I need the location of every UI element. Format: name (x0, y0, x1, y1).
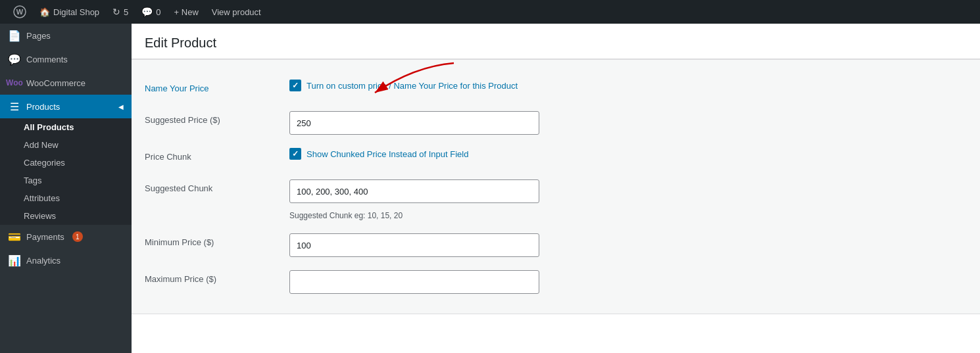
site-name-label: Digital Shop (53, 7, 99, 17)
turn-on-checkbox[interactable] (289, 80, 301, 91)
sidebar-comments-label: Comments (26, 55, 68, 64)
reviews-label: Reviews (24, 211, 56, 221)
maximum-price-input[interactable] (289, 270, 539, 294)
page-title: Edit Product (145, 35, 967, 51)
sidebar-woo-label: WooCommerce (26, 78, 86, 88)
sidebar-item-products[interactable]: ☰ Products ◀ (0, 95, 132, 118)
show-chunked-checkbox-wrapper[interactable]: Show Chunked Price Instead of Input Fiel… (289, 148, 468, 160)
sidebar-item-comments[interactable]: 💬 Comments (0, 47, 132, 71)
price-chunk-field: Show Chunked Price Instead of Input Fiel… (289, 148, 967, 160)
suggested-price-field (289, 111, 967, 135)
sidebar-item-categories[interactable]: Categories (0, 154, 132, 172)
sidebar-item-pages[interactable]: 📄 Pages (0, 24, 132, 47)
content-area: Edit Product Name Your Price Tur (132, 24, 980, 353)
price-chunk-row: Price Chunk Show Chunked Price Instead o… (132, 141, 980, 173)
svg-text:W: W (16, 8, 24, 16)
price-chunk-label: Price Chunk (145, 148, 289, 162)
sidebar-pages-label: Pages (26, 31, 51, 41)
suggested-chunk-hint: Suggested Chunk eg: 10, 15, 20 (289, 211, 403, 220)
sidebar-analytics-label: Analytics (26, 256, 61, 266)
minimum-price-row: Minimum Price ($) (132, 227, 980, 264)
wp-logo-button[interactable]: W (8, 0, 32, 24)
new-button[interactable]: + New (169, 0, 204, 24)
payments-icon: 💳 (8, 230, 21, 243)
view-product-label: View product (212, 7, 261, 17)
pages-icon: 📄 (8, 29, 21, 42)
categories-label: Categories (24, 158, 65, 168)
sidebar-products-label: Products (26, 102, 60, 112)
name-your-price-field: Turn on custom price / Name Your Price f… (289, 80, 967, 91)
name-your-price-row: Name Your Price Turn on custom price / N… (132, 73, 980, 105)
products-arrow-icon: ◀ (118, 103, 124, 110)
suggested-chunk-field: Suggested Chunk eg: 10, 15, 20 (289, 179, 967, 220)
woocommerce-icon: Woo (8, 76, 21, 89)
comments-count: 0 (156, 7, 160, 17)
suggested-price-label: Suggested Price ($) (145, 111, 289, 125)
sidebar-payments-label: Payments (26, 232, 64, 242)
wp-logo-icon: W (13, 5, 26, 18)
sidebar-item-payments[interactable]: 💳 Payments 1 (0, 225, 132, 248)
tags-label: Tags (24, 176, 41, 185)
updates-button[interactable]: ↻ 5 (107, 0, 134, 24)
suggested-chunk-label: Suggested Chunk (145, 179, 289, 193)
comments-sidebar-icon: 💬 (8, 53, 21, 66)
sidebar-item-add-new[interactable]: Add New (0, 136, 132, 154)
name-your-price-label: Name Your Price (145, 80, 289, 93)
new-label: + New (174, 7, 199, 17)
sidebar: 📄 Pages 💬 Comments Woo WooCommerce ☰ Pro… (0, 24, 132, 353)
minimum-price-label: Minimum Price ($) (145, 233, 289, 247)
sidebar-item-reviews[interactable]: Reviews (0, 207, 132, 225)
payments-badge: 1 (72, 231, 83, 242)
sidebar-products-submenu: All Products Add New Categories Tags Att… (0, 118, 132, 225)
suggested-chunk-row: Suggested Chunk Suggested Chunk eg: 10, … (132, 173, 980, 227)
all-products-label: All Products (24, 122, 74, 132)
page-header: Edit Product (132, 24, 980, 59)
sidebar-item-all-products[interactable]: All Products (0, 118, 132, 136)
admin-bar: W 🏠 Digital Shop ↻ 5 💬 0 + New View prod… (0, 0, 980, 24)
products-icon: ☰ (8, 100, 21, 113)
comments-button[interactable]: 💬 0 (136, 0, 166, 24)
sidebar-item-analytics[interactable]: 📊 Analytics (0, 248, 132, 272)
maximum-price-row: Maximum Price ($) (132, 264, 980, 300)
main-layout: 📄 Pages 💬 Comments Woo WooCommerce ☰ Pro… (0, 24, 980, 353)
show-chunked-label: Show Chunked Price Instead of Input Fiel… (306, 149, 468, 159)
minimum-price-field (289, 233, 967, 257)
maximum-price-field (289, 270, 967, 294)
form-section: Name Your Price Turn on custom price / N… (132, 59, 980, 314)
suggested-price-row: Suggested Price ($) (132, 105, 980, 141)
home-icon: 🏠 (39, 7, 50, 17)
updates-icon: ↻ (112, 7, 120, 17)
sidebar-item-woocommerce[interactable]: Woo WooCommerce (0, 71, 132, 95)
attributes-label: Attributes (24, 193, 60, 203)
suggested-chunk-input[interactable] (289, 179, 539, 203)
sidebar-item-attributes[interactable]: Attributes (0, 189, 132, 207)
turn-on-label: Turn on custom price / Name Your Price f… (306, 81, 518, 91)
comments-icon: 💬 (141, 7, 153, 17)
maximum-price-label: Maximum Price ($) (145, 270, 289, 284)
minimum-price-input[interactable] (289, 233, 539, 257)
sidebar-item-tags[interactable]: Tags (0, 172, 132, 189)
analytics-icon: 📊 (8, 254, 21, 267)
add-new-label: Add New (24, 140, 59, 150)
turn-on-custom-price-checkbox-wrapper[interactable]: Turn on custom price / Name Your Price f… (289, 80, 518, 91)
view-product-button[interactable]: View product (207, 0, 266, 24)
site-name-button[interactable]: 🏠 Digital Shop (34, 0, 105, 24)
suggested-price-input[interactable] (289, 111, 539, 135)
updates-count: 5 (124, 7, 128, 17)
show-chunked-checkbox[interactable] (289, 148, 301, 160)
